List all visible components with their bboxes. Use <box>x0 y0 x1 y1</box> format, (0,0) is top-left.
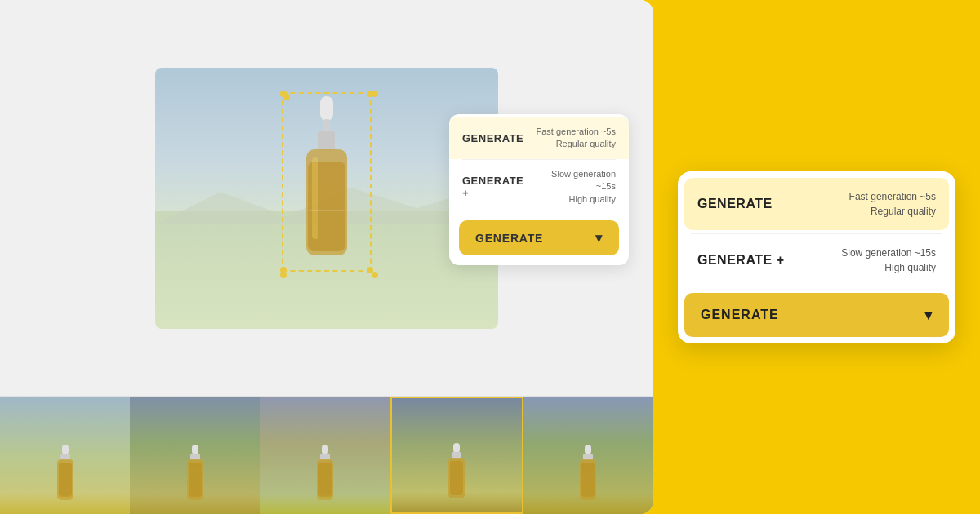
svg-rect-8 <box>62 445 69 454</box>
chevron-down-icon: ▾ <box>595 230 603 246</box>
image-canvas <box>155 68 498 329</box>
thumbnail-2[interactable] <box>130 397 260 514</box>
generate-option-slow[interactable]: GENERATE + Slow generation ~15sHigh qual… <box>449 160 629 214</box>
thumbnail-5[interactable] <box>523 397 653 514</box>
thumb-bg-5 <box>523 397 653 514</box>
card-generate-button-label: GENERATE <box>701 308 779 322</box>
selection-box <box>282 92 372 272</box>
card-option-slow[interactable]: GENERATE + Slow generation ~15s High qua… <box>684 234 949 286</box>
canvas-area: GENERATE Fast generation ~5sRegular qual… <box>0 0 653 396</box>
generate-slow-desc: Slow generation ~15sHigh quality <box>532 168 616 206</box>
generate-fast-label: GENERATE <box>462 132 523 144</box>
card-generate-slow-label: GENERATE + <box>697 253 785 268</box>
svg-rect-15 <box>189 463 202 497</box>
card-generate-button[interactable]: GENERATE ▾ <box>684 293 949 337</box>
generate-dropdown-inline: GENERATE Fast generation ~5sRegular qual… <box>449 114 629 265</box>
svg-rect-27 <box>581 463 595 497</box>
svg-rect-21 <box>452 452 461 459</box>
svg-rect-19 <box>318 463 332 497</box>
thumbnail-3[interactable] <box>260 397 390 514</box>
card-generate-fast-label: GENERATE <box>697 197 773 211</box>
svg-rect-13 <box>190 454 200 460</box>
thumb-bg-1 <box>0 397 130 514</box>
svg-rect-25 <box>583 454 593 460</box>
thumbnail-1[interactable] <box>0 397 130 514</box>
generate-option-fast[interactable]: GENERATE Fast generation ~5sRegular qual… <box>449 117 629 159</box>
card-chevron-down-icon: ▾ <box>924 306 933 324</box>
card-option-fast[interactable]: GENERATE Fast generation ~5s Regular qua… <box>684 178 949 230</box>
svg-rect-20 <box>453 443 460 453</box>
thumb-bg-3 <box>260 397 390 514</box>
card-generate-slow-desc: Slow generation ~15s High quality <box>841 246 936 275</box>
thumb-bg-2 <box>130 397 260 514</box>
svg-rect-16 <box>322 445 328 454</box>
generate-slow-label: GENERATE + <box>462 175 532 199</box>
card-generate-fast-desc: Fast generation ~5s Regular quality <box>849 189 936 219</box>
svg-rect-17 <box>320 454 330 460</box>
svg-rect-23 <box>450 461 463 495</box>
svg-rect-11 <box>59 463 72 497</box>
svg-rect-12 <box>192 445 198 454</box>
app-panel: GENERATE Fast generation ~5sRegular qual… <box>0 0 653 514</box>
generate-button-inline-label: GENERATE <box>475 232 543 245</box>
thumbnails-strip <box>0 396 653 514</box>
thumb-bg-4 <box>392 398 522 512</box>
generate-button-inline[interactable]: GENERATE ▾ <box>459 220 619 255</box>
generate-fast-desc: Fast generation ~5sRegular quality <box>536 126 616 151</box>
thumbnail-4[interactable] <box>390 397 523 514</box>
generate-button-row: GENERATE ▾ <box>449 214 629 262</box>
right-yellow-panel: GENERATE Fast generation ~5s Regular qua… <box>653 0 980 514</box>
svg-rect-9 <box>60 454 70 460</box>
svg-rect-24 <box>585 445 591 454</box>
generate-card: GENERATE Fast generation ~5s Regular qua… <box>678 171 956 343</box>
